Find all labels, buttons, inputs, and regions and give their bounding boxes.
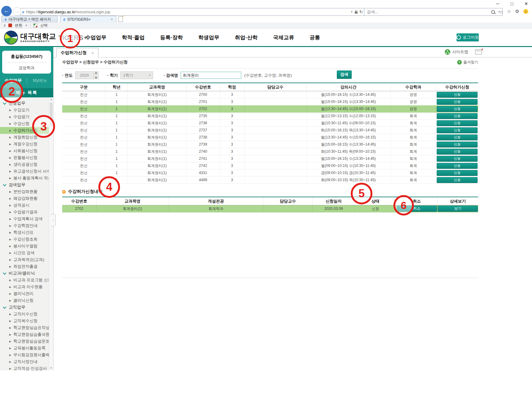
browser-tab-main[interactable]: e 대구대학교 + 메인 페이지 — [1, 16, 58, 23]
search-button[interactable]: 검색 — [337, 70, 352, 79]
sidebar-item[interactable]: ▶시간표 검색 — [0, 249, 49, 256]
sidebar-item[interactable]: ▶성적공시 — [0, 202, 49, 209]
sidebar-menu-group[interactable]: 검색업무 — [0, 181, 53, 188]
sidebar-menu-group[interactable]: 교직업무 — [0, 304, 53, 311]
browser-tab-stdtigers[interactable]: e STDTIGERS+ × — [60, 16, 116, 23]
logout-button[interactable]: 로그아웃 — [457, 33, 479, 41]
add-favorite-button[interactable]: + 즐겨찾기 — [457, 60, 478, 65]
search-icon[interactable] — [491, 10, 495, 14]
maximize-button[interactable]: □ — [509, 1, 515, 6]
addon-close-button[interactable]: x — [4, 23, 6, 28]
apply-button[interactable]: 신청 — [437, 127, 478, 133]
table-row[interactable]: 2702회계원리(1)회계학과2020.03.09신청취소보기 — [62, 205, 478, 212]
content-tab-active[interactable]: 수업허가신청 × — [56, 48, 98, 58]
sidebar-item[interactable]: ▶헌혈봉사신청 — [0, 154, 49, 161]
table-row[interactable]: 전선1회계원리(1)27423월(09:00~10:15) 수(10:30~11… — [62, 162, 478, 169]
sidebar-item[interactable]: ▶수강신청조회 — [0, 236, 49, 243]
minimize-button[interactable]: ─ — [495, 1, 500, 6]
apply-button[interactable]: 신청 — [437, 177, 478, 183]
table-row[interactable]: 전선1회계원리(1)44893화(09:00~10:15) 목(10:30~11… — [62, 177, 478, 184]
apply-button[interactable]: 신청 — [437, 113, 478, 119]
apply-button[interactable]: 신청 — [437, 106, 478, 112]
top-nav-item[interactable]: 수업업무 — [85, 34, 106, 41]
table-row[interactable]: 전선1회계원리(1)27003월(15:00~16:15) 수(13:30~14… — [62, 91, 478, 98]
top-nav-item[interactable]: 공통 — [310, 34, 320, 41]
sidebar-item[interactable]: ▶교직사정안내 — [0, 358, 49, 365]
content-tab-close-icon[interactable]: × — [92, 51, 94, 55]
sitemap-link[interactable]: 사이트맵 — [445, 49, 468, 55]
sidebar-item[interactable]: ▶계절수강신청 — [0, 141, 49, 147]
sidebar-item[interactable]: ▶수업계획서 검색 — [0, 215, 49, 222]
table-row[interactable]: 전선1회계원리(1)27023월(13:30~14:45) 수(15:00~16… — [62, 105, 478, 113]
sidebar-item[interactable]: ▶봉사이수열람 — [0, 243, 49, 249]
year-stepper[interactable]: 2020 ▲▼ — [75, 71, 99, 79]
sidebar-tab-mymenu[interactable]: My메뉴 — [27, 78, 54, 83]
sidebar-item[interactable]: ▶폐강강좌현황 — [0, 195, 49, 202]
sidebar-item[interactable]: ▶학교현장실습설문조사 — [0, 338, 49, 345]
table-row[interactable]: 전선1회계원리(1)27413월(15:00~16:15) 수(13:30~14… — [62, 155, 478, 162]
table-row[interactable]: 전선1회계원리(1)27353월(12:00~13:15) 수(12:00~13… — [62, 113, 478, 120]
sidebar-item[interactable]: ▶교직이수신청 — [0, 311, 49, 318]
apply-button[interactable]: 신청 — [437, 92, 478, 98]
sidebar-item[interactable]: ▶비교과 이수현황 — [0, 284, 49, 290]
favorites-star-icon[interactable]: ☆ — [507, 9, 511, 14]
semester-select[interactable]: 1학기 ▼ — [120, 71, 153, 79]
close-button[interactable]: ✕ — [523, 1, 529, 6]
table-row[interactable]: 전선1회계원리(1)43313금(09:00~10:15) 금(10:30~11… — [62, 169, 478, 177]
view-button[interactable]: 보기 — [438, 206, 478, 212]
table-row[interactable]: 전선1회계원리(1)27373화(15:00~16:15) 목(13:30~14… — [62, 127, 478, 134]
browser-search-input[interactable] — [366, 9, 489, 15]
sidebar-item[interactable]: ▶봉사 활동계획서 작성 — [0, 175, 49, 181]
sidebar-item[interactable]: ▶취업전자출결 — [0, 263, 49, 270]
select-button[interactable]: 선택 — [40, 23, 48, 28]
sidebar-item[interactable]: ▶클리닉관리 — [0, 290, 49, 297]
top-nav-item[interactable]: 취업·산학 — [235, 34, 258, 41]
sidebar-item[interactable]: ▶유고결석신청서 서식 — [0, 168, 49, 175]
sidebar-item[interactable]: ▶교육봉사활동등록 — [0, 345, 49, 352]
sidebar-item[interactable]: ▶분반강좌현황 — [0, 188, 49, 195]
spinner-arrows-icon[interactable]: ▲▼ — [93, 72, 98, 79]
new-tab-button[interactable] — [118, 16, 123, 22]
sidebar-item[interactable]: ▶수강포기 — [0, 107, 49, 113]
sidebar-item[interactable]: ▶수강학점안내 — [0, 222, 49, 229]
table-row[interactable]: 전선1회계원리(1)27403화(10:30~11:45) 목(09:00~10… — [62, 148, 478, 155]
url-dropdown-icon[interactable]: ▼ — [350, 11, 353, 13]
apply-button[interactable]: 신청 — [437, 99, 478, 105]
sidebar-item[interactable]: ▶교과목개요(교과) — [0, 256, 49, 263]
top-nav-item[interactable]: 학생업무 — [198, 34, 219, 41]
sidebar-item[interactable]: ▶교직적성·인성검사 — [0, 365, 49, 370]
apply-button[interactable]: 신청 — [437, 163, 478, 169]
apply-button[interactable]: 신청 — [437, 156, 478, 162]
top-nav-item[interactable]: 학적·졸업 — [122, 34, 145, 41]
apply-button[interactable]: 신청 — [437, 134, 478, 140]
back-button[interactable]: ← — [1, 6, 12, 16]
keyword-input[interactable] — [181, 72, 241, 79]
top-nav-item[interactable]: 국제교류 — [273, 34, 294, 41]
refresh-icon[interactable]: ↻ — [359, 10, 363, 14]
sidebar-item[interactable]: ▶사회봉사신청 — [0, 147, 49, 154]
scroll-down-icon[interactable]: ▼ — [49, 366, 53, 370]
tab-close-icon[interactable]: × — [111, 17, 113, 22]
sidebar-item[interactable]: ▶비교과 프로그램 신청 — [0, 277, 49, 284]
smiley-icon[interactable]: ☺ — [523, 9, 528, 14]
sidebar-menu-group[interactable]: 비교과/클리닉 — [0, 270, 53, 277]
apply-button[interactable]: 신청 — [437, 149, 478, 155]
sidebar-item[interactable]: ▶클리닉신청 — [0, 297, 49, 304]
settings-gear-icon[interactable]: ⚙ — [515, 9, 519, 14]
scroll-up-icon[interactable]: ▲ — [49, 97, 53, 102]
apply-button[interactable]: 신청 — [437, 170, 478, 176]
home-icon[interactable]: ⌂ — [500, 9, 503, 14]
close-all-windows-icon[interactable]: x — [475, 49, 482, 54]
table-row[interactable]: 전선1회계원리(1)27393월(15:00~16:15) 수(13:30~14… — [62, 141, 478, 148]
apply-button[interactable]: 신청 — [437, 120, 478, 126]
convert-button[interactable]: 변환 — [15, 23, 22, 28]
table-row[interactable]: 전선1회계원리(1)27383월(13:30~14:45) 수(15:00~16… — [62, 134, 478, 141]
apply-button[interactable]: 신청 — [437, 142, 478, 147]
convert-dropdown-icon[interactable]: ▼ — [25, 24, 28, 27]
sidebar-item[interactable]: ▶학교현장실습표작성 — [0, 324, 49, 331]
address-bar[interactable]: e https://tigersstd.daegu.ac.kr/nxrun/ss… — [20, 8, 365, 16]
sidebar-item[interactable]: ▶무시험검정원서출력 — [0, 352, 49, 358]
sidebar-collapse-handle[interactable]: ‹ — [51, 214, 56, 226]
table-row[interactable]: 전선1회계원리(1)27363월(10:30~11:45) 수(09:00~10… — [62, 120, 478, 127]
table-row[interactable]: 전선1회계원리(1)27013월(15:00~16:15) 수(13:30~14… — [62, 98, 478, 105]
